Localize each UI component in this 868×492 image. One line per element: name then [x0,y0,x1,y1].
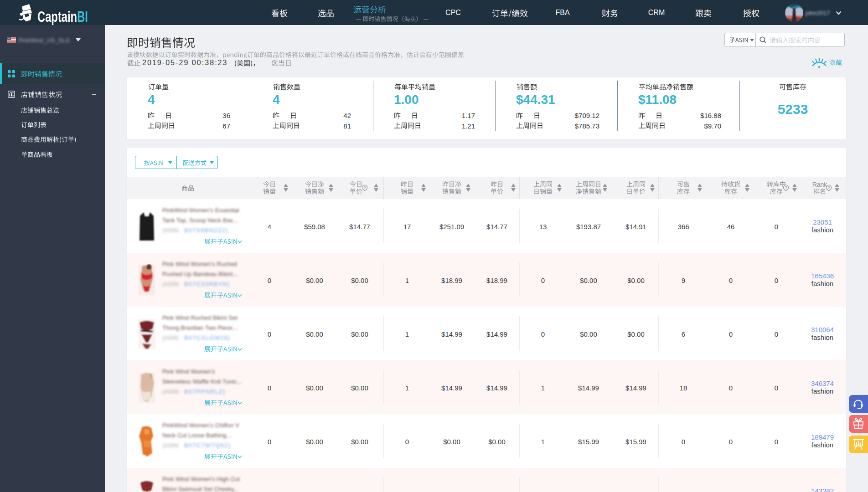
svg-text:?: ? [785,185,787,190]
svg-text:?: ? [363,185,366,190]
svg-text:?: ? [827,185,830,190]
